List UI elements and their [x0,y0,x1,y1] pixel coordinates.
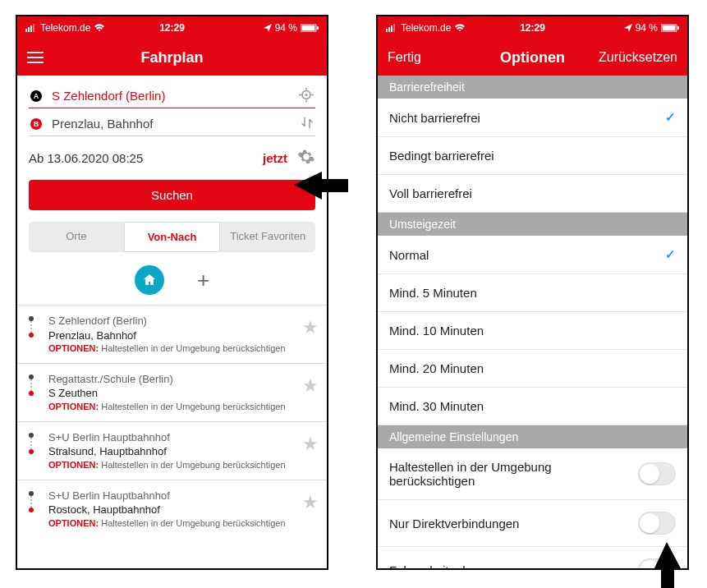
to-value: Prenzlau, Bahnhof [52,117,153,131]
transfer-option[interactable]: Mind. 5 Minuten [378,274,687,312]
accessibility-option[interactable]: Bedingt barrierefrei [378,137,687,175]
option-label: Fahrradmitnahme [389,563,486,571]
route-icon [27,374,35,401]
locate-icon[interactable] [299,87,314,104]
signal-icon [25,24,37,32]
history-to: Prenzlau, Bahnhof [48,328,294,343]
favorite-star-icon[interactable]: ★ [302,315,319,340]
clock: 12:29 [159,22,185,34]
history-list: S Zehlendorf (Berlin)Prenzlau, BahnhofOP… [17,305,327,538]
history-from: S+U Berlin Hauptbahnhof [48,430,294,445]
done-button[interactable]: Fertig [388,50,421,65]
history-options: OPTIONEN: Haltestellen in der Umgebung b… [48,342,294,355]
favorite-star-icon[interactable]: ★ [302,374,319,398]
svg-rect-5 [302,25,315,31]
general-option: Fahrradmitnahme [378,547,687,570]
gear-icon[interactable] [297,148,315,168]
options-content: BarrierefreiheitNicht barrierefrei✓Bedin… [378,76,687,570]
transfer-option[interactable]: Mind. 30 Minuten [378,388,687,425]
status-bar: Telekom.de 12:29 94 % [17,16,327,39]
status-bar: Telekom.de 12:29 94 % [378,16,687,39]
wifi-icon [94,24,105,32]
now-button[interactable]: jetzt [263,151,287,165]
signal-icon [386,24,397,32]
history-item[interactable]: S+U Berlin HauptbahnhofRostock, Hauptbah… [17,480,327,538]
general-option: Nur Direktverbindungen [378,500,687,547]
section-header: Allgemeine Einstellungen [378,425,687,448]
header: Fahrplan [17,39,327,76]
battery-icon [301,24,319,32]
tab-orte[interactable]: Orte [29,222,124,252]
history-from: Regattastr./Schule (Berlin) [48,372,294,387]
from-station-input[interactable]: A S Zehlendorf (Berlin) [29,84,315,108]
swap-icon[interactable] [301,116,314,131]
check-icon: ✓ [665,110,676,125]
to-station-input[interactable]: B Prenzlau, Bahnhof [29,112,315,136]
svg-rect-0 [25,29,27,32]
section-header: Umsteigezeit [378,213,687,236]
toggle-switch[interactable] [638,512,676,535]
option-label: Voll barrierefrei [389,186,472,200]
svg-rect-6 [317,26,319,30]
favorite-star-icon[interactable]: ★ [302,490,319,515]
svg-rect-25 [386,29,388,32]
option-label: Bedingt barrierefrei [389,149,494,163]
svg-point-24 [29,508,34,512]
option-label: Mind. 20 Minuten [389,361,484,375]
shortcut-row: + [29,260,315,305]
history-options: OPTIONEN: Haltestellen in der Umgebung b… [48,517,294,530]
history-to: S Zeuthen [48,386,294,401]
svg-rect-3 [33,24,34,32]
svg-rect-28 [393,24,395,32]
home-icon [142,273,157,287]
transfer-option[interactable]: Normal✓ [378,236,687,274]
location-arrow-icon [624,24,632,32]
svg-rect-1 [28,27,30,32]
svg-rect-26 [388,27,390,32]
page-title: Optionen [500,49,565,67]
add-shortcut-button[interactable]: + [197,268,209,293]
toggle-switch[interactable] [638,462,676,485]
svg-rect-27 [391,25,393,32]
check-icon: ✓ [665,247,676,262]
home-shortcut-button[interactable] [135,265,164,295]
search-button[interactable]: Suchen [29,180,315,210]
svg-point-18 [29,391,34,396]
history-item[interactable]: Regattastr./Schule (Berlin)S ZeuthenOPTI… [17,363,327,421]
battery-icon [661,24,679,32]
header: Fertig Optionen Zurücksetzen [378,39,687,76]
option-label: Mind. 5 Minuten [389,286,477,300]
tab-tickets[interactable]: Ticket Favoriten [220,222,315,252]
history-to: Rostock, Hauptbahnhof [48,503,294,517]
location-arrow-icon [264,24,272,32]
datetime-value[interactable]: Ab 13.06.2020 08:25 [29,151,263,165]
transfer-option[interactable]: Mind. 20 Minuten [378,350,687,388]
svg-point-21 [29,449,34,454]
accessibility-option[interactable]: Nicht barrierefrei✓ [378,99,687,137]
phone-right: Telekom.de 12:29 94 % Fertig Optionen Zu… [376,15,689,570]
carrier-label: Telekom.de [40,22,90,34]
history-options: OPTIONEN: Haltestellen in der Umgebung b… [48,401,294,413]
svg-point-19 [29,433,34,438]
history-item[interactable]: S+U Berlin HauptbahnhofStralsund, Hauptb… [17,421,327,480]
clock: 12:29 [520,22,545,34]
battery-label: 94 % [275,22,297,34]
transfer-option[interactable]: Mind. 10 Minuten [378,312,687,350]
option-label: Haltestellen in der Umgebung berücksicht… [389,460,638,488]
favorite-star-icon[interactable]: ★ [302,432,319,457]
reset-button[interactable]: Zurücksetzen [599,50,677,65]
svg-marker-32 [294,172,348,200]
tabs: Orte Von-Nach Ticket Favoriten [29,222,315,252]
history-item[interactable]: S Zehlendorf (Berlin)Prenzlau, BahnhofOP… [17,305,327,363]
svg-marker-33 [654,542,682,588]
accessibility-option[interactable]: Voll barrierefrei [378,175,687,213]
datetime-row: Ab 13.06.2020 08:25 jetzt [29,136,315,177]
svg-rect-30 [663,25,676,31]
history-to: Stralsund, Hauptbahnhof [48,444,294,459]
section-header: Barrierefreiheit [378,76,687,99]
tab-vonnach[interactable]: Von-Nach [124,222,221,252]
battery-label: 94 % [636,22,658,34]
menu-button[interactable] [27,52,44,63]
from-value: S Zehlendorf (Berlin) [52,89,165,103]
marker-b-icon: B [30,118,42,130]
